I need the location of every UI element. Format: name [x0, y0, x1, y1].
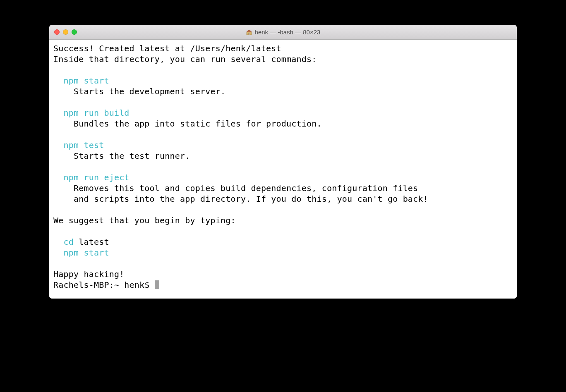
terminal-content[interactable]: Success! Created latest at /Users/henk/l…	[49, 40, 517, 299]
window-title-text: henk — -bash — 80×23	[255, 29, 321, 36]
command-text: cd	[53, 237, 74, 247]
command-text: npm run build	[53, 108, 130, 118]
terminal-window: henk — -bash — 80×23 Success! Created la…	[49, 25, 517, 299]
command-text: npm start	[53, 76, 109, 86]
command-text: npm run eject	[53, 172, 130, 182]
output-line: Success! Created latest at /Users/henk/l…	[53, 43, 281, 53]
close-icon[interactable]	[54, 29, 60, 35]
output-line: Starts the test runner.	[53, 151, 190, 161]
prompt-text: Rachels-MBP:~ henk$	[53, 280, 155, 290]
home-icon	[246, 29, 252, 36]
minimize-icon[interactable]	[63, 29, 68, 35]
output-line: Happy hacking!	[53, 269, 124, 279]
command-text: npm start	[53, 248, 109, 258]
output-line: Removes this tool and copies build depen…	[53, 183, 418, 193]
traffic-lights	[49, 29, 77, 35]
command-text: npm test	[53, 140, 104, 150]
output-line: We suggest that you begin by typing:	[53, 215, 236, 225]
output-line: Starts the development server.	[53, 86, 225, 96]
cursor-icon	[155, 280, 159, 289]
titlebar[interactable]: henk — -bash — 80×23	[49, 25, 517, 40]
maximize-icon[interactable]	[72, 29, 77, 35]
output-line: and scripts into the app directory. If y…	[53, 194, 428, 204]
window-title: henk — -bash — 80×23	[49, 29, 517, 36]
output-line: Bundles the app into static files for pr…	[53, 119, 322, 129]
output-line: Inside that directory, you can run sever…	[53, 54, 317, 64]
output-line: latest	[74, 237, 109, 247]
